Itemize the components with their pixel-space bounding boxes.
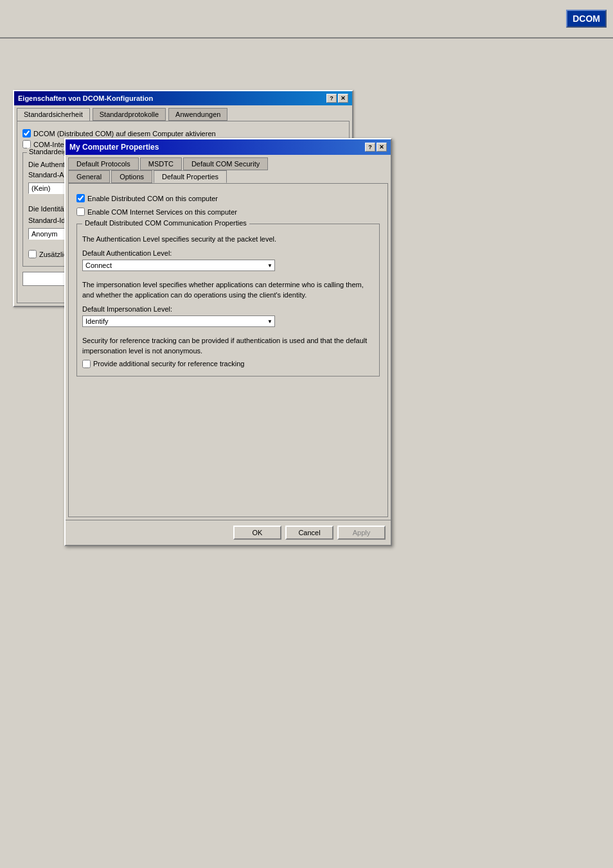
provide-security-checkbox[interactable]	[82, 360, 91, 368]
fg-comm-props-label: Default Distributed COM Communication Pr…	[82, 219, 249, 227]
dcom-enable-label: DCOM (Distributed COM) auf diesem Comput…	[33, 130, 216, 137]
tab-default-com-security[interactable]: Default COM Security	[183, 157, 268, 170]
impersonation-desc: The impersonation level specifies whethe…	[82, 280, 374, 300]
bg-dialog-title: Eigenschaften von DCOM-Konfiguration	[18, 94, 153, 102]
top-bar: DCOM	[0, 0, 613, 39]
ok-button[interactable]: OK	[233, 526, 281, 540]
fg-dialog-title: My Computer Properties	[69, 143, 159, 152]
fg-bottom-buttons: OK Cancel Apply	[66, 520, 391, 545]
tab-standardprotokolle[interactable]: Standardprotokolle	[93, 108, 166, 121]
main-area: Eigenschaften von DCOM-Konfiguration ? ✕…	[0, 39, 613, 867]
tab-default-properties[interactable]: Default Properties	[154, 170, 227, 183]
impersonation-select[interactable]: Identify Anonymous Delegate Impersonate	[82, 315, 275, 327]
provide-security-row: Provide additional security for referenc…	[82, 360, 374, 368]
fg-content: Enable Distributed COM on this computer …	[68, 183, 388, 517]
bg-dialog-titlebar: Eigenschaften von DCOM-Konfiguration ? ✕	[14, 91, 352, 105]
auth-level-section: Default Authentication Level: Connect No…	[82, 249, 374, 271]
fg-titlebar: My Computer Properties ? ✕	[66, 139, 391, 155]
auth-level-wrapper: Connect None Call Packet Packet Integrit…	[82, 260, 275, 271]
auth-desc: The Authentication Level specifies secur…	[82, 235, 374, 244]
bg-help-button[interactable]: ?	[326, 94, 337, 103]
apply-button[interactable]: Apply	[337, 526, 386, 540]
tab-options[interactable]: Options	[111, 170, 152, 183]
bg-titlebar-buttons: ? ✕	[326, 94, 348, 103]
dcom-enable-checkbox[interactable]	[22, 129, 31, 137]
cancel-button[interactable]: Cancel	[285, 526, 333, 540]
bg-close-button[interactable]: ✕	[338, 94, 348, 103]
tab-general[interactable]: General	[68, 170, 110, 183]
auth-level-label: Default Authentication Level:	[82, 249, 374, 257]
additional-security-checkbox[interactable]	[28, 250, 37, 258]
fg-enable-com-label: Enable COM Internet Services on this com…	[87, 208, 237, 216]
fg-comm-props-group: Default Distributed COM Communication Pr…	[76, 224, 380, 376]
fg-tab-row: Default Protocols MSDTC Default COM Secu…	[66, 155, 391, 170]
tab-msdtc[interactable]: MSDTC	[140, 157, 182, 170]
impersonation-section: Default Impersonation Level: Identify An…	[82, 305, 374, 327]
dcom-logo: DCOM	[566, 10, 607, 28]
tab-standardsicherheit[interactable]: Standardsicherheit	[17, 108, 90, 121]
bg-tab-row: Standardsicherheit Standardprotokolle An…	[14, 105, 352, 121]
fg-enable-com-row: Enable COM Internet Services on this com…	[76, 208, 380, 216]
fg-help-button[interactable]: ?	[365, 143, 375, 152]
fg-enable-dcom-checkbox[interactable]	[76, 194, 85, 202]
impersonation-label: Default Impersonation Level:	[82, 305, 374, 313]
fg-tab-row-2: General Options Default Properties	[66, 170, 391, 183]
fg-titlebar-buttons: ? ✕	[365, 143, 387, 152]
security-desc: Security for reference tracking can be p…	[82, 336, 374, 356]
fg-dialog: My Computer Properties ? ✕ Default Proto…	[64, 138, 392, 546]
fg-close-button[interactable]: ✕	[377, 143, 387, 152]
fg-enable-dcom-row: Enable Distributed COM on this computer	[76, 194, 380, 202]
impersonation-wrapper: Identify Anonymous Delegate Impersonate	[82, 315, 275, 327]
fg-enable-com-checkbox[interactable]	[76, 208, 85, 216]
tab-anwendungen[interactable]: Anwendungen	[168, 108, 227, 121]
fg-enable-dcom-label: Enable Distributed COM on this computer	[87, 195, 218, 202]
provide-security-label: Provide additional security for referenc…	[93, 360, 244, 368]
dcom-enable-row: DCOM (Distributed COM) auf diesem Comput…	[22, 129, 344, 137]
tab-default-protocols[interactable]: Default Protocols	[68, 157, 139, 170]
auth-level-select[interactable]: Connect None Call Packet Packet Integrit…	[82, 260, 275, 271]
